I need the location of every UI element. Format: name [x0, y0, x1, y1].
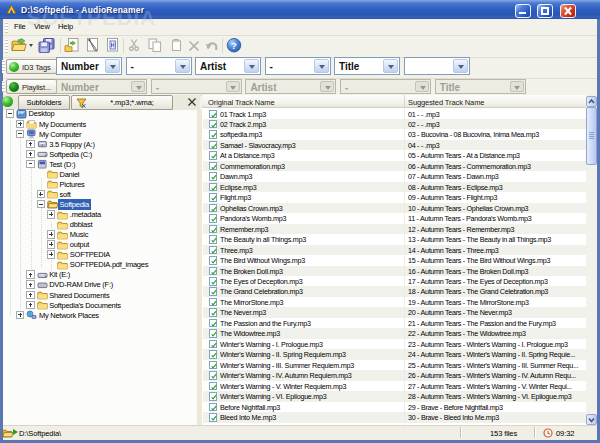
svg-text:?: ? — [231, 40, 237, 51]
